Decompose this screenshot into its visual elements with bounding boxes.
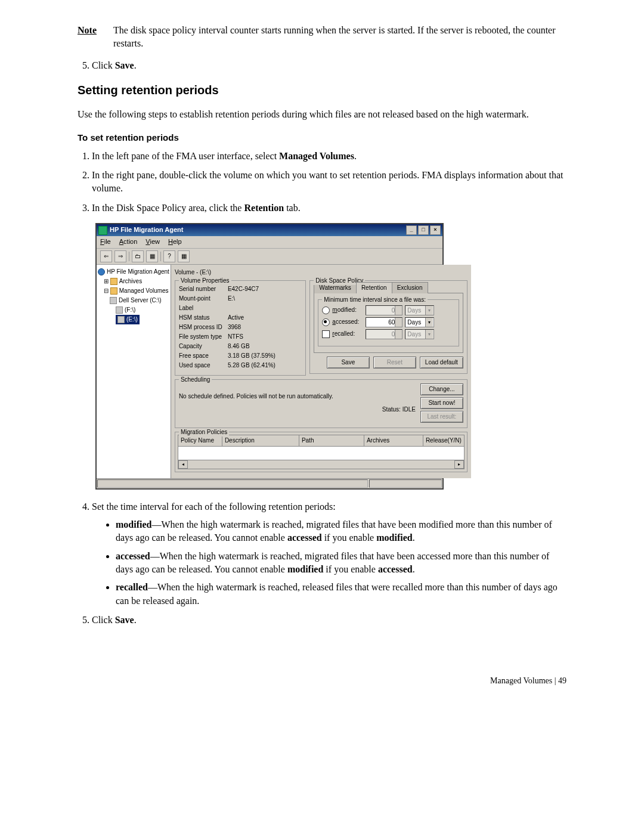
text: (E:\) (126, 316, 138, 323)
value: 8.46 GB (228, 342, 250, 351)
menu-help[interactable]: Help (168, 237, 182, 246)
text: . (134, 60, 137, 70)
note-label: Note (78, 24, 101, 51)
menubar: File Action View Help (97, 236, 442, 248)
save-button[interactable]: Save (327, 357, 370, 368)
scheduling-group: Scheduling No schedule defined. Policies… (175, 379, 467, 428)
min-interval-title: Minimum time interval since a file was: (322, 296, 428, 304)
value: E:\ (228, 295, 235, 303)
text: In the Disk Space Policy area, click the (92, 203, 244, 213)
value: 3.18 GB (37.59%) (228, 352, 275, 360)
close-button[interactable]: × (430, 225, 441, 235)
modified-label[interactable]: modified: (332, 306, 363, 314)
value: Active (228, 314, 244, 322)
min-interval-group: Minimum time interval since a file was: … (318, 299, 459, 346)
col-path[interactable]: Path (299, 435, 364, 446)
vp-row: Mount-pointE:\ (179, 294, 302, 304)
col-description[interactable]: Description (222, 435, 299, 446)
h-scrollbar[interactable]: ◂ ▸ (178, 460, 464, 469)
bullet-modified: modified—When the high watermark is reac… (116, 518, 566, 545)
text: . (413, 532, 415, 543)
text: (F:\) (125, 306, 135, 313)
accessed-unit[interactable]: Days (405, 317, 434, 327)
schedule-status: Status: IDLE (179, 405, 416, 414)
bullet-recalled: recalled—When the high watermark is reac… (116, 581, 566, 608)
tree-e-drive[interactable]: (E:\) (116, 315, 140, 324)
text: Dell Server (C:\) (119, 297, 162, 304)
modified-radio[interactable] (322, 306, 330, 314)
forward-button[interactable]: ⇒ (114, 250, 126, 262)
tab-retention[interactable]: Retention (356, 282, 392, 293)
tab-exclusion[interactable]: Exclusion (392, 282, 428, 293)
schedule-text: No schedule defined. Policies will not b… (179, 392, 416, 401)
text: . (134, 615, 137, 625)
recalled-checkbox[interactable] (322, 330, 330, 338)
statusbar-cell (97, 479, 368, 488)
content-area: HP File Migration Agent ⊞ Archives ⊟ Man… (97, 265, 442, 478)
folder-icon (110, 278, 117, 285)
vp-row: Label (179, 304, 302, 313)
scroll-right-button[interactable]: ▸ (454, 460, 464, 469)
accessed-input[interactable]: 60 (366, 317, 402, 327)
reset-button: Reset (373, 357, 416, 368)
policies-header: Policy Name Description Path Archives Re… (178, 435, 464, 447)
term: accessed (116, 551, 150, 561)
up-button[interactable]: 🗀 (132, 250, 144, 262)
load-default-button[interactable]: Load default (420, 357, 463, 368)
vp-row: HSM statusActive (179, 313, 302, 323)
text: Click (92, 60, 115, 70)
step-3: In the Disk Space Policy area, click the… (92, 202, 566, 215)
help-button[interactable]: ? (163, 250, 175, 262)
statusbar-cell (369, 479, 442, 488)
tree-archives[interactable]: ⊞ Archives (98, 277, 169, 286)
vp-row: HSM process ID3968 (179, 323, 302, 332)
label: Label (179, 304, 228, 312)
label: Mount-point (179, 295, 228, 303)
accessed-radio[interactable] (322, 318, 330, 326)
step-5: Click Save. (92, 614, 566, 627)
volume-properties-group: Volume Properties Serial numberE42C-94C7… (175, 280, 306, 376)
minimize-button[interactable]: _ (406, 225, 417, 235)
col-release[interactable]: Release(Y/N) (423, 435, 464, 446)
term: modified (376, 532, 412, 543)
term: modified (116, 519, 151, 529)
col-archives[interactable]: Archives (364, 435, 423, 446)
retention-bullets: modified—When the high watermark is reac… (92, 518, 566, 608)
modified-unit: Days (405, 305, 434, 315)
vp-row: Used space5.28 GB (62.41%) (179, 361, 302, 370)
label: File system type (179, 333, 228, 341)
recalled-label[interactable]: recalled: (332, 330, 363, 338)
col-policy-name[interactable]: Policy Name (178, 435, 222, 446)
menu-view[interactable]: View (145, 237, 160, 246)
list-button[interactable]: ▦ (146, 250, 158, 262)
menu-file[interactable]: File (100, 237, 111, 246)
step-1: In the left pane of the FMA user interfa… (92, 150, 566, 163)
refresh-button[interactable]: ▦ (178, 250, 190, 262)
tree-dell-server[interactable]: Dell Server (C:\) (98, 296, 169, 305)
change-button[interactable]: Change... (420, 383, 463, 395)
tree-managed-volumes[interactable]: ⊟ Managed Volumes (98, 286, 169, 296)
accessed-row: accessed: 60 Days (322, 317, 455, 327)
statusbar (97, 478, 442, 488)
text: Archives (119, 278, 142, 284)
heading-setting-retention: Setting retention periods (78, 82, 566, 98)
tree-f-drive[interactable]: (F:\) (98, 305, 169, 315)
recalled-input: 0 (366, 329, 402, 339)
text: if you enable (323, 564, 378, 574)
accessed-label[interactable]: accessed: (332, 318, 363, 326)
start-now-button[interactable]: Start now! (420, 397, 463, 409)
back-button[interactable]: ⇐ (100, 250, 112, 262)
subhead-to-set: To set retention periods (78, 131, 566, 144)
titlebar: HP File Migration Agent _ □ × (97, 224, 442, 236)
app-icon (98, 226, 107, 235)
tree-root[interactable]: HP File Migration Agent (98, 267, 169, 277)
scroll-left-button[interactable]: ◂ (178, 460, 188, 469)
maximize-button[interactable]: □ (418, 225, 429, 235)
term: accessed (378, 564, 413, 574)
menu-action[interactable]: Action (119, 237, 138, 246)
volume-icon (110, 297, 117, 304)
globe-icon (98, 268, 105, 275)
label: Capacity (179, 342, 228, 351)
volume-icon (116, 306, 123, 314)
policies-title: Migration Policies (179, 428, 229, 436)
